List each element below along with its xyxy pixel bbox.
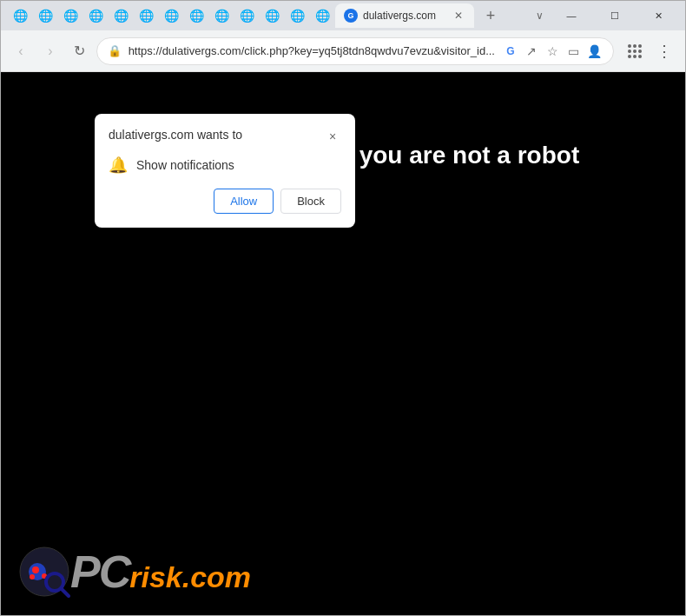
globe-icon-13: 🌐 [315,9,330,23]
globe-icon-8: 🌐 [189,9,204,23]
bell-icon: 🔔 [109,156,128,175]
globe-tab-9[interactable]: 🌐 [209,3,234,28]
tabs-area: 🌐 🌐 🌐 🌐 🌐 🌐 🌐 🌐 🌐 🌐 🌐 🌐 🌐 G dulativergs.… [8,3,548,28]
active-tab[interactable]: G dulativergs.com ✕ [335,3,474,28]
active-tab-close[interactable]: ✕ [452,9,465,23]
page-partial-text: at you are not a robot [331,142,579,169]
svg-line-6 [61,588,69,596]
forward-button[interactable]: › [37,37,63,65]
logo-text: PC risk.com [70,549,251,594]
tab-scroll-down[interactable]: ∨ [531,10,548,22]
globe-icon-4: 🌐 [89,9,103,23]
minimize-button[interactable]: — [551,1,591,30]
globe-icon-3: 🌐 [63,9,78,23]
google-icon: G [502,43,519,60]
refresh-button[interactable]: ↻ [67,37,93,65]
popup-header: dulativergs.com wants to × [109,128,341,145]
popup-close-button[interactable]: × [324,128,341,145]
page-content: at you are not a robot dulativergs.com w… [1,72,685,615]
active-tab-title: dulativergs.com [363,10,446,22]
maximize-button[interactable]: ☐ [595,1,635,30]
globe-icon-6: 🌐 [139,9,154,23]
globe-tab-2[interactable]: 🌐 [33,3,57,28]
globe-tab-5[interactable]: 🌐 [109,3,133,28]
block-button[interactable]: Block [280,189,341,214]
popup-permission-row: 🔔 Show notifications [109,156,341,175]
globe-tab-6[interactable]: 🌐 [134,3,158,28]
menu-button[interactable]: ⋮ [650,37,678,65]
globe-tab-13[interactable]: 🌐 [310,3,334,28]
bookmark-icon[interactable]: ☆ [544,43,561,60]
globe-icon-1: 🌐 [13,9,28,23]
globe-icon-7: 🌐 [164,9,179,23]
globe-icon-11: 🌐 [265,9,280,23]
pcrisk-logo: PC risk.com [18,546,251,598]
new-tab-button[interactable]: + [478,3,503,28]
globe-tab-7[interactable]: 🌐 [159,3,183,28]
url-text: https://dulativergs.com/click.php?key=yq… [129,44,495,57]
address-bar: ‹ › ↻ 🔒 https://dulativergs.com/click.ph… [1,30,685,72]
tabs-scroll-area: 🌐 🌐 🌐 🌐 🌐 🌐 🌐 🌐 🌐 🌐 🌐 🌐 🌐 G dulativergs.… [8,3,531,28]
extensions-button[interactable] [621,37,649,65]
pcrisk-ball-icon [18,546,70,598]
svg-point-2 [32,566,39,573]
active-tab-favicon: G [344,9,358,23]
globe-tab-12[interactable]: 🌐 [285,3,309,28]
close-button[interactable]: ✕ [638,1,678,30]
toolbar-right: ⋮ [621,37,678,65]
back-button[interactable]: ‹ [8,37,34,65]
popup-buttons: Allow Block [109,189,341,214]
globe-tab-10[interactable]: 🌐 [234,3,259,28]
globe-tab-11[interactable]: 🌐 [260,3,284,28]
profile-icon[interactable]: 👤 [585,43,603,60]
globe-icon-5: 🌐 [114,9,129,23]
logo-suffix: risk.com [129,560,251,594]
globe-icon-12: 🌐 [290,9,305,23]
lock-icon: 🔒 [108,44,122,57]
browser-window: 🌐 🌐 🌐 🌐 🌐 🌐 🌐 🌐 🌐 🌐 🌐 🌐 🌐 G dulativergs.… [0,0,686,616]
globe-tab-4[interactable]: 🌐 [83,3,108,28]
url-right-icons: G ↗ ☆ ▭ 👤 [502,43,603,60]
globe-tab-8[interactable]: 🌐 [184,3,208,28]
globe-tab-1[interactable]: 🌐 [8,3,32,28]
notification-popup: dulativergs.com wants to × 🔔 Show notifi… [95,114,355,228]
url-bar[interactable]: 🔒 https://dulativergs.com/click.php?key=… [96,37,614,65]
logo-pc: PC [70,549,129,594]
globe-icon-2: 🌐 [38,9,53,23]
svg-point-4 [30,574,35,580]
sidebar-icon[interactable]: ▭ [564,43,582,60]
popup-title: dulativergs.com wants to [109,128,242,142]
globe-tab-3[interactable]: 🌐 [58,3,82,28]
apps-grid-icon [628,44,642,58]
globe-icon-10: 🌐 [240,9,254,23]
title-bar: 🌐 🌐 🌐 🌐 🌐 🌐 🌐 🌐 🌐 🌐 🌐 🌐 🌐 G dulativergs.… [1,1,685,30]
share-icon[interactable]: ↗ [523,43,540,60]
globe-icon-9: 🌐 [214,9,229,23]
permission-text: Show notifications [136,158,234,172]
allow-button[interactable]: Allow [214,189,274,214]
window-controls: — ☐ ✕ [551,1,678,30]
